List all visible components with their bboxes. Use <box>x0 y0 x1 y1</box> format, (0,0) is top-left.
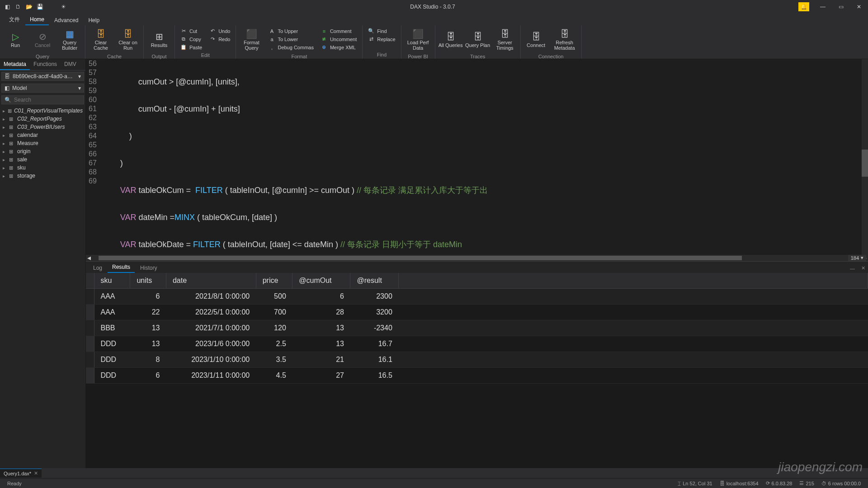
table-row[interactable]: DDD132023/1/6 0:00:002.51316.7 <box>86 336 868 352</box>
notification-icon[interactable]: 🔔 <box>798 2 809 11</box>
uncomment-button[interactable]: ≢Uncomment <box>318 35 359 43</box>
all-queries-button[interactable]: 🗄All Queries <box>438 27 463 52</box>
tree-item[interactable]: ▸⊞sale <box>0 155 85 164</box>
connect-button[interactable]: 🗄Connect <box>524 27 549 52</box>
chevron-down-icon: ▾ <box>78 85 81 91</box>
to-upper-button[interactable]: ATo Upper <box>266 27 316 35</box>
menu-bar: 文件 Home Advanced Help <box>0 14 868 25</box>
document-tabbar: Query1.dax*✕ <box>0 468 868 478</box>
tab-history[interactable]: History <box>136 263 161 273</box>
window-title: DAX Studio - 3.0.7 <box>67 4 798 10</box>
query-plan-button[interactable]: 🗄Query Plan <box>465 27 491 52</box>
tab-log[interactable]: Log <box>89 263 107 273</box>
close-tab-icon[interactable]: ✕ <box>34 470 38 476</box>
database-icon: 🗄 <box>5 73 10 80</box>
tab-metadata[interactable]: Metadata <box>0 59 30 70</box>
clear-cache-button[interactable]: 🗄Clear Cache <box>88 27 113 52</box>
paste-button[interactable]: 📋Paste <box>178 43 205 51</box>
tree-item[interactable]: ▸⊞origin <box>0 147 85 155</box>
results-tabbar: Log Results History — ✕ <box>86 261 868 273</box>
column-header[interactable]: units <box>130 273 166 289</box>
ribbon: ▷Run ⊘Cancel ▦Query Builder Query 🗄Clear… <box>0 25 868 59</box>
table-row[interactable]: DDD82023/1/10 0:00:003.52116.1 <box>86 352 868 367</box>
query-builder-button[interactable]: ▦Query Builder <box>57 27 82 52</box>
tree-item[interactable]: ▸⊞sku <box>0 164 85 172</box>
undo-button[interactable]: ↶Undo <box>207 27 233 35</box>
server-timings-button[interactable]: 🗄Server Timings <box>492 27 518 52</box>
to-lower-button[interactable]: aTo Lower <box>266 35 316 43</box>
tab-functions[interactable]: Functions <box>30 59 61 70</box>
model-dropdown[interactable]: ◧Model▾ <box>1 84 84 93</box>
refresh-metadata-button[interactable]: 🗄Refresh Metadata <box>551 27 579 52</box>
tree-item[interactable]: ▸⊞Measure <box>0 139 85 147</box>
code-editor[interactable]: 5657585960616263646566676869 cumOut > [@… <box>86 59 868 255</box>
table-row[interactable]: BBB132021/7/1 0:00:0012013-2340 <box>86 320 868 336</box>
chevron-down-icon: ▾ <box>78 73 81 80</box>
cube-icon: ◧ <box>5 85 9 91</box>
tree-item[interactable]: ▸⊞storage <box>0 172 85 180</box>
search-box[interactable]: 🔍 <box>1 95 84 104</box>
column-header[interactable]: @cumOut <box>292 273 350 289</box>
status-version: ⟳ 6.0.83.28 <box>762 480 796 486</box>
close-button[interactable]: ✕ <box>850 0 868 14</box>
status-host: 🗄 localhost:6354 <box>716 481 762 486</box>
status-rowcount: ☰ 215 <box>796 480 817 486</box>
copy-button[interactable]: ⧉Copy <box>178 35 205 43</box>
tab-advanced[interactable]: Advanced <box>50 15 83 25</box>
document-tab[interactable]: Query1.dax*✕ <box>0 469 42 478</box>
close-panel-icon[interactable]: ✕ <box>859 263 868 273</box>
column-header[interactable]: sku <box>94 273 130 289</box>
collapse-icon[interactable]: — <box>847 264 858 273</box>
format-query-button[interactable]: ⬛Format Query <box>239 27 264 52</box>
status-position: ⌶ Ln 52, Col 31 <box>674 481 716 486</box>
metadata-panel: Metadata Functions DMV 🗄8b690ec8-acdf-4a… <box>0 59 86 468</box>
redo-button[interactable]: ↷Redo <box>207 35 233 43</box>
debug-commas-button[interactable]: ,Debug Commas <box>266 43 316 51</box>
tree-item[interactable]: ▸⊞C01_ReportVisualTemplates <box>0 107 85 115</box>
results-grid[interactable]: skuunitsdateprice@cumOut@resultAAA62021/… <box>86 273 868 469</box>
editor-vscrollbar[interactable] <box>862 59 868 255</box>
search-input[interactable] <box>14 97 81 103</box>
table-row[interactable]: DDD62023/1/11 0:00:004.52716.5 <box>86 367 868 383</box>
tab-results[interactable]: Results <box>108 262 135 273</box>
find-button[interactable]: 🔍Find <box>365 27 398 35</box>
table-row[interactable]: AAA62021/8/1 0:00:0050062300 <box>86 288 868 304</box>
clear-on-run-button[interactable]: 🗄Clear on Run <box>115 27 141 52</box>
tree-item[interactable]: ▸⊞C02_ReportPages <box>0 115 85 123</box>
app-icon: ◧ <box>4 3 11 10</box>
column-header[interactable]: price <box>256 273 292 289</box>
search-icon: 🔍 <box>5 97 11 103</box>
maximize-button[interactable]: ▭ <box>832 0 850 14</box>
replace-button[interactable]: ⇄Replace <box>365 35 398 43</box>
zoom-indicator[interactable]: 184▾ <box>848 255 866 261</box>
tab-file[interactable]: 文件 <box>5 14 24 25</box>
column-header[interactable]: @result <box>350 273 399 289</box>
theme-icon[interactable]: ☀ <box>60 3 67 10</box>
save-icon[interactable]: 💾 <box>36 3 43 10</box>
tab-dmv[interactable]: DMV <box>61 59 80 70</box>
load-perf-button[interactable]: ⬛Load Perf Data <box>404 27 432 52</box>
status-ready: Ready <box>4 481 25 486</box>
cut-button[interactable]: ✂Cut <box>178 27 205 35</box>
status-timing: ⏱ 6 rows 00:00.0 <box>818 481 864 486</box>
editor-hscrollbar[interactable]: ◂▸ 184▾ <box>86 255 868 261</box>
column-header[interactable]: date <box>166 273 256 289</box>
table-row[interactable]: AAA222022/5/1 0:00:00700283200 <box>86 304 868 320</box>
run-button[interactable]: ▷Run <box>3 27 28 52</box>
results-button[interactable]: ⊞Results <box>146 27 172 52</box>
comment-button[interactable]: ≡Comment <box>318 27 359 35</box>
new-icon[interactable]: 🗋 <box>14 3 22 10</box>
merge-xml-button[interactable]: ⊕Merge XML <box>318 43 359 51</box>
database-dropdown[interactable]: 🗄8b690ec8-acdf-4ad0-a8de-9d▾ <box>1 72 84 81</box>
status-bar: Ready ⌶ Ln 52, Col 31 🗄 localhost:6354 ⟳… <box>0 478 868 488</box>
tab-home[interactable]: Home <box>25 14 49 25</box>
title-bar: ◧ 🗋 📂 💾 ☀ DAX Studio - 3.0.7 🔔 — ▭ ✕ <box>0 0 868 14</box>
open-icon[interactable]: 📂 <box>25 3 33 10</box>
minimize-button[interactable]: — <box>814 0 832 14</box>
tab-help[interactable]: Help <box>84 15 104 25</box>
tree-item[interactable]: ▸⊞C03_PowerBIUsers <box>0 123 85 131</box>
tree-item[interactable]: ▸⊞calendar <box>0 131 85 139</box>
cancel-button[interactable]: ⊘Cancel <box>30 27 55 52</box>
